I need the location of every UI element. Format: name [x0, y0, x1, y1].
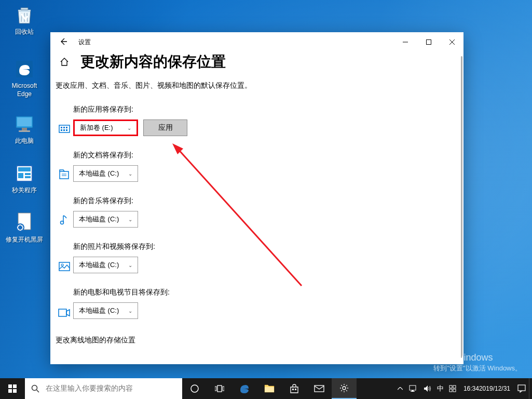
- dropdown-value: 本地磁盘 (C:): [79, 169, 119, 178]
- taskview-button[interactable]: [207, 378, 232, 399]
- svg-rect-35: [217, 385, 222, 392]
- svg-rect-4: [19, 130, 30, 132]
- svg-rect-29: [13, 384, 17, 388]
- svg-point-41: [343, 387, 346, 390]
- desktop-icon-label: Microsoft Edge: [5, 82, 44, 98]
- back-button[interactable]: [59, 37, 69, 47]
- taskbar: 在这里输入你要搜索的内容 中 16:34 2019/12/31: [0, 378, 532, 399]
- svg-rect-9: [25, 176, 31, 178]
- photos-dropdown[interactable]: 本地磁盘 (C:)⌄: [73, 257, 138, 273]
- desktop-icon-edge[interactable]: Microsoft Edge: [5, 58, 44, 98]
- svg-rect-21: [60, 171, 69, 179]
- settings-content: 更改新内容的保存位置 更改应用、文档、音乐、图片、视频和地图的默认保存位置。 新…: [50, 52, 463, 364]
- setting-apps: 新的应用将保存到: 新加卷 (E:)⌄ 应用: [56, 105, 451, 136]
- search-input[interactable]: 在这里输入你要搜索的内容: [25, 378, 182, 399]
- desktop-icon-pc[interactable]: 此电脑: [5, 113, 44, 145]
- desktop-icon-repair[interactable]: 修复开机黑屏: [5, 212, 44, 244]
- apps-icon: [56, 125, 73, 134]
- taskbar-settings[interactable]: [332, 378, 357, 399]
- page-title: 更改新内容的保存位置: [80, 52, 226, 72]
- svg-rect-43: [412, 390, 414, 391]
- taskbar-store[interactable]: [282, 378, 307, 399]
- desktop-icon-label: 秒关程序: [5, 187, 44, 195]
- cortana-button[interactable]: [182, 378, 207, 399]
- tray-ime-toggle[interactable]: [446, 378, 459, 399]
- taskbar-explorer[interactable]: [257, 378, 282, 399]
- music-dropdown[interactable]: 本地磁盘 (C:)⌄: [73, 211, 138, 228]
- minimize-button[interactable]: [393, 34, 417, 50]
- svg-rect-16: [63, 127, 65, 128]
- movies-dropdown[interactable]: 本地磁盘 (C:)⌄: [73, 302, 138, 319]
- search-icon: [31, 384, 39, 393]
- taskbar-edge[interactable]: [232, 378, 257, 399]
- desktop-icon-label: 回收站: [5, 28, 44, 36]
- edge-icon: [13, 58, 35, 80]
- maps-link[interactable]: 更改离线地图的存储位置: [56, 336, 451, 345]
- svg-rect-37: [265, 387, 274, 392]
- tray-network[interactable]: [406, 378, 420, 399]
- program-icon: [13, 163, 35, 184]
- settings-window: 设置 更改新内容的保存位置 更改应用、文档、音乐、图片、视频和地图的默认保存位置…: [50, 32, 463, 364]
- setting-label: 新的文档将保存到:: [73, 151, 138, 160]
- dropdown-value: 本地磁盘 (C:): [79, 260, 119, 270]
- svg-rect-28: [8, 384, 12, 388]
- video-icon: [56, 309, 73, 317]
- svg-rect-13: [426, 40, 431, 45]
- svg-rect-2: [17, 117, 32, 126]
- home-icon[interactable]: [56, 57, 73, 66]
- watermark-line2: 转到"设置"以激活 Windows。: [433, 364, 522, 373]
- svg-rect-14: [59, 125, 70, 132]
- action-center[interactable]: [514, 378, 529, 399]
- photo-icon: [56, 262, 73, 271]
- svg-point-32: [32, 385, 37, 391]
- docs-dropdown[interactable]: 本地磁盘 (C:)⌄: [73, 165, 138, 182]
- chevron-down-icon: ⌄: [127, 125, 131, 131]
- chevron-down-icon: ⌄: [128, 217, 132, 222]
- setting-movies: 新的电影和电视节目将保存到: 本地磁盘 (C:)⌄: [56, 288, 451, 319]
- svg-rect-36: [223, 387, 224, 391]
- window-title: 设置: [78, 38, 393, 47]
- svg-rect-17: [66, 127, 67, 128]
- start-button[interactable]: [0, 378, 25, 399]
- vertical-scrollbar[interactable]: [461, 56, 462, 358]
- setting-label: 新的照片和视频将保存到:: [73, 242, 155, 251]
- svg-rect-18: [61, 129, 62, 131]
- svg-rect-46: [453, 385, 456, 388]
- taskbar-mail[interactable]: [307, 378, 332, 399]
- desktop: 回收站 Microsoft Edge 此电脑 秒关程序 修复开机黑屏 设置: [0, 0, 532, 399]
- titlebar: 设置: [50, 32, 463, 52]
- svg-rect-44: [411, 391, 415, 392]
- svg-rect-34: [215, 387, 216, 391]
- tray-ime[interactable]: 中: [435, 378, 446, 399]
- desktop-icon-program[interactable]: 秒关程序: [5, 163, 44, 195]
- clock-date: 2019/12/31: [479, 384, 510, 393]
- apply-button[interactable]: 应用: [143, 119, 187, 136]
- tray-volume[interactable]: [420, 378, 435, 399]
- system-tray: 中 16:34 2019/12/31: [394, 378, 532, 399]
- svg-rect-40: [315, 385, 324, 392]
- repair-icon: [13, 212, 35, 234]
- svg-rect-8: [25, 173, 31, 175]
- show-desktop[interactable]: [529, 378, 532, 399]
- svg-rect-38: [292, 389, 294, 390]
- dropdown-value: 本地磁盘 (C:): [79, 306, 119, 315]
- svg-point-33: [191, 385, 198, 392]
- desktop-icon-label: 此电脑: [5, 137, 44, 145]
- search-placeholder: 在这里输入你要搜索的内容: [46, 384, 133, 393]
- desktop-icon-label: 修复开机黑屏: [5, 236, 44, 244]
- dropdown-value: 新加卷 (E:): [80, 123, 113, 132]
- music-icon: [56, 214, 73, 225]
- svg-rect-20: [66, 129, 67, 131]
- apps-dropdown[interactable]: 新加卷 (E:)⌄: [73, 119, 138, 136]
- chevron-down-icon: ⌄: [128, 262, 132, 268]
- desktop-icon-recycle[interactable]: 回收站: [5, 4, 44, 36]
- page-subtitle: 更改应用、文档、音乐、图片、视频和地图的默认保存位置。: [56, 81, 451, 90]
- recycle-bin-icon: [13, 4, 35, 26]
- maximize-button[interactable]: [417, 34, 440, 50]
- svg-rect-39: [295, 389, 296, 390]
- close-button[interactable]: [440, 34, 463, 50]
- tray-expand[interactable]: [394, 378, 406, 399]
- svg-rect-48: [453, 389, 456, 392]
- tray-clock[interactable]: 16:34 2019/12/31: [459, 378, 514, 399]
- svg-rect-19: [63, 129, 65, 131]
